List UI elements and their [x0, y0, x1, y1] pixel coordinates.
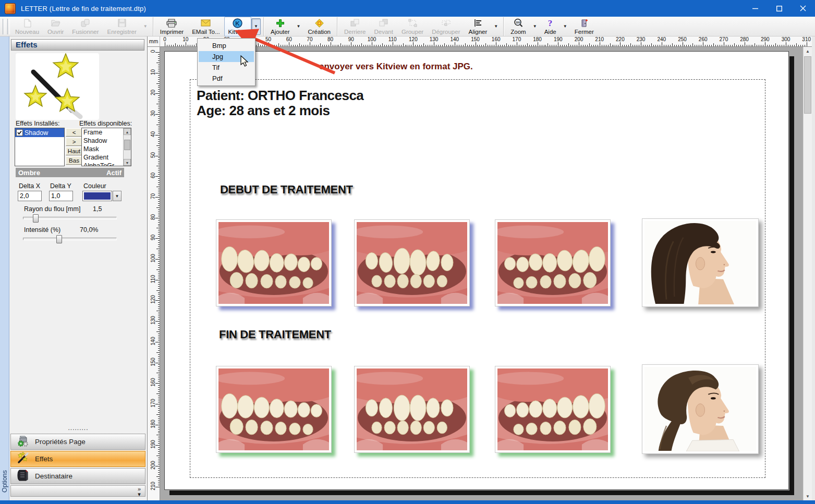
printer-icon [166, 18, 177, 28]
scrollbar-thumb[interactable] [804, 56, 811, 114]
slider-thumb[interactable] [33, 214, 39, 223]
ruler-tick [717, 45, 718, 46]
panel-nav-destinataire[interactable]: Destinataire [10, 468, 145, 484]
slider-track[interactable] [23, 238, 117, 240]
minimize-button[interactable] [743, 0, 767, 17]
panel-collapse-bar[interactable]: »▾ [10, 485, 145, 497]
ruler-tick [165, 42, 165, 46]
toolbar-button-email[interactable]: EMail To... [188, 17, 224, 36]
scroll-up-icon[interactable]: ▲ [804, 47, 812, 56]
toolbar-grip[interactable] [7, 19, 10, 34]
available-effect-shadow[interactable]: Shadow [82, 137, 124, 145]
available-effect-mask[interactable]: Mask [82, 145, 124, 153]
toolbar-button-kitview[interactable]: KKitview [224, 17, 251, 36]
ruler-number: 90 [150, 232, 156, 243]
toolbar-button-label: Dégrouper [432, 29, 460, 35]
color-dropdown-button[interactable]: ▼ [113, 191, 121, 201]
blur-radius-slider[interactable] [23, 214, 117, 222]
toolbar-button-fermer[interactable]: Fermer [570, 17, 598, 36]
scrollbar-thumb[interactable] [124, 140, 130, 150]
ruler-tick [382, 43, 383, 46]
scroll-down-icon[interactable]: ▼ [804, 492, 812, 501]
available-list-scrollbar[interactable]: ▲ ▼ [123, 128, 131, 166]
toolbar-button-creation[interactable]: Création [303, 17, 334, 36]
toolbar-grip[interactable] [3, 19, 5, 34]
ruler-tick [655, 45, 656, 46]
ruler-tick [515, 45, 515, 46]
toolbar-button-aligner[interactable]: Aligner [464, 17, 491, 36]
ruler-tick [155, 280, 160, 280]
panel-nav-proprietes-page[interactable]: Propriétés Page [10, 434, 145, 450]
ruler-tick [461, 45, 461, 46]
toolbar-dropdown-aligner-arrow[interactable]: ▼ [491, 18, 501, 35]
ruler-number: 90 [348, 36, 354, 42]
photo-debut-intraoral-front[interactable] [354, 219, 470, 306]
ruler-tick [158, 325, 160, 326]
ruler-tick [158, 423, 160, 423]
effect-checkbox[interactable] [16, 129, 23, 136]
available-effects-list[interactable]: FrameShadowMaskGradientAlphaToGr ▲ ▼ [81, 128, 131, 166]
section-title-debut[interactable]: DEBUT DE TRAITEMENT [220, 183, 353, 196]
delta-y-field[interactable] [49, 191, 73, 201]
scroll-down-icon[interactable]: ▼ [124, 159, 131, 166]
available-effect-gradient[interactable]: Gradient [82, 153, 124, 162]
close-button[interactable] [791, 0, 815, 17]
ruler-tick [158, 288, 160, 289]
ruler-number: 110 [388, 36, 397, 42]
ruler-tick [158, 139, 160, 140]
ruler-tick [158, 255, 160, 255]
mover-button-right[interactable]: > [66, 138, 82, 146]
patient-heading[interactable]: Patient: ORTHO Francesca Age: 28 ans et … [197, 88, 363, 118]
ruler-tick [674, 45, 675, 46]
mover-button-up[interactable]: Haut [66, 147, 82, 155]
slider-thumb[interactable] [56, 235, 62, 243]
photo-debut-intraoral-right[interactable] [216, 219, 332, 306]
installed-effect-shadow[interactable]: Shadow [15, 128, 64, 137]
ruler-tick [529, 45, 530, 46]
vertical-scrollbar[interactable]: ▲ ▼ [803, 47, 812, 501]
ruler-tick [158, 251, 160, 251]
toolbar-dropdown-aide-arrow[interactable]: ▼ [561, 18, 570, 35]
ruler-tick [428, 45, 428, 46]
intensity-slider[interactable] [23, 235, 117, 243]
toolbar-dropdown-kitview-arrow[interactable]: ▼ [251, 18, 261, 35]
menu-item-pdf[interactable]: Pdf [199, 73, 254, 84]
ruler-tick [442, 45, 443, 46]
toolbar-button-imprimer[interactable]: Imprimer [156, 17, 188, 36]
section-title-fin[interactable]: FIN DE TRAITEMENT [219, 328, 331, 341]
toolbar-dropdown-zoom-arrow[interactable]: ▼ [530, 18, 540, 35]
photo-fin-profile[interactable] [642, 364, 759, 454]
menu-item-bmp[interactable]: Bmp [199, 40, 254, 51]
scroll-up-icon[interactable]: ▲ [124, 128, 131, 135]
shadow-color-swatch[interactable] [82, 191, 112, 201]
mover-button-down[interactable]: Bas [66, 156, 82, 165]
maximize-button[interactable] [767, 0, 791, 17]
photo-fin-intraoral-front[interactable] [354, 366, 470, 453]
toolbar-button-aide[interactable]: ?Aide [540, 17, 561, 36]
ruler-tick [506, 43, 507, 46]
installed-effects-list[interactable]: Shadow [15, 128, 65, 166]
ruler-tick [707, 45, 708, 46]
document-canvas[interactable]: Patient: ORTHO Francesca Age: 28 ans et … [160, 47, 803, 501]
toolbar-button-ajouter[interactable]: Ajouter [266, 17, 294, 36]
panel-nav-effets[interactable]: Effets [10, 451, 145, 467]
toolbar-dropdown-ajouter-arrow[interactable]: ▼ [294, 18, 303, 35]
photo-fin-intraoral-right[interactable] [216, 366, 332, 453]
ruler-tick [314, 45, 314, 46]
delta-x-field[interactable] [18, 191, 42, 201]
toolbar-button-label: Devant [374, 29, 393, 35]
available-effect-alphatogr[interactable]: AlphaToGr [82, 162, 124, 166]
toolbar-button-zoom[interactable]: 100Zoom [506, 17, 530, 36]
photo-debut-intraoral-left[interactable] [495, 219, 611, 306]
ruler-tick [156, 83, 160, 84]
options-rail-label[interactable]: Options [1, 470, 8, 493]
document-page[interactable]: Patient: ORTHO Francesca Age: 28 ans et … [164, 51, 789, 490]
ruler-tick [287, 45, 287, 46]
ruler-tick [724, 42, 724, 46]
mover-button-left[interactable]: < [66, 128, 82, 137]
ruler-tick [155, 487, 160, 487]
photo-debut-profile[interactable] [642, 218, 759, 307]
photo-fin-intraoral-left[interactable] [495, 366, 611, 453]
chevron-icons[interactable]: »▾ [138, 486, 141, 497]
available-effect-frame[interactable]: Frame [82, 128, 124, 137]
